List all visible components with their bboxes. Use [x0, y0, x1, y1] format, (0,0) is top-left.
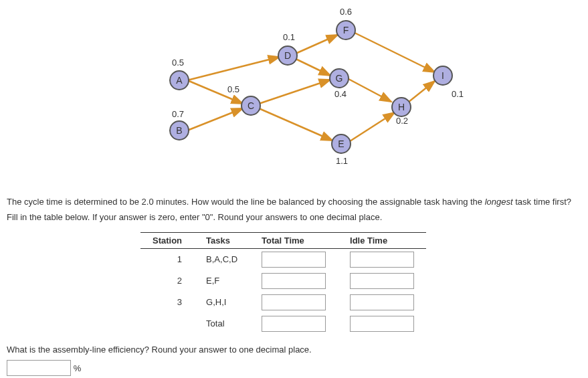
svg-line-10 — [408, 81, 435, 102]
weight-eh: 0.2 — [396, 116, 408, 126]
row3-idle-input[interactable] — [350, 294, 414, 310]
question-paragraph: The cycle time is determined to be 2.0 m… — [7, 194, 581, 225]
weight-ad: 0.5 — [172, 58, 184, 68]
svg-line-9 — [348, 112, 395, 143]
node-i: I — [442, 70, 444, 81]
row4-total-input[interactable] — [262, 316, 326, 332]
row2-total-input[interactable] — [262, 273, 326, 289]
weight-df: 0.1 — [283, 32, 295, 42]
weight-ac: 0.5 — [227, 84, 239, 94]
row3-tasks: G,H,I — [194, 292, 250, 313]
precedence-diagram: A B C D E F G H I 0.5 0.7 0.5 0.1 0.6 0.… — [154, 7, 488, 174]
svg-line-4 — [296, 59, 330, 76]
svg-line-3 — [296, 35, 338, 54]
row3-station: 3 — [140, 292, 194, 313]
row1-idle-input[interactable] — [350, 252, 414, 268]
row1-tasks: B,A,C,D — [194, 248, 250, 270]
svg-line-8 — [347, 78, 391, 102]
th-station: Station — [140, 232, 194, 248]
node-b: B — [176, 125, 182, 136]
svg-line-0 — [187, 57, 280, 80]
row2-tasks: E,F — [194, 270, 250, 292]
weight-ce: 1.1 — [336, 156, 348, 166]
weight-hi: 0.1 — [452, 89, 464, 99]
svg-line-2 — [187, 108, 243, 130]
node-f: F — [343, 25, 349, 35]
row4-station — [140, 313, 194, 335]
row4-idle-input[interactable] — [350, 316, 414, 332]
percent-label: % — [74, 363, 82, 373]
efficiency-input[interactable] — [7, 360, 71, 376]
q-text-b: longest — [485, 197, 513, 207]
weight-bc: 0.7 — [172, 109, 184, 119]
answer-table: Station Tasks Total Time Idle Time 1 B,A… — [140, 232, 426, 335]
row1-total-input[interactable] — [262, 252, 326, 268]
node-c: C — [248, 100, 254, 111]
row2-idle-input[interactable] — [350, 273, 414, 289]
th-tasks: Tasks — [194, 232, 250, 248]
th-total: Total Time — [250, 232, 338, 248]
node-g: G — [336, 73, 343, 84]
weight-cg: 0.4 — [334, 89, 347, 99]
node-h: H — [398, 102, 405, 112]
svg-line-7 — [353, 32, 435, 72]
weight-f: 0.6 — [340, 7, 352, 17]
row2-station: 2 — [140, 270, 194, 292]
row3-total-input[interactable] — [262, 294, 326, 310]
svg-line-5 — [259, 80, 330, 104]
node-e: E — [338, 138, 344, 149]
th-idle: Idle Time — [338, 232, 426, 248]
row1-station: 1 — [140, 248, 194, 270]
svg-line-6 — [259, 108, 332, 140]
q-text-a: The cycle time is determined to be 2.0 m… — [7, 197, 485, 207]
node-d: D — [284, 50, 291, 61]
node-a: A — [176, 75, 183, 86]
efficiency-question: What is the assembly-line efficiency? Ro… — [7, 345, 581, 355]
row4-tasks: Total — [194, 313, 250, 335]
